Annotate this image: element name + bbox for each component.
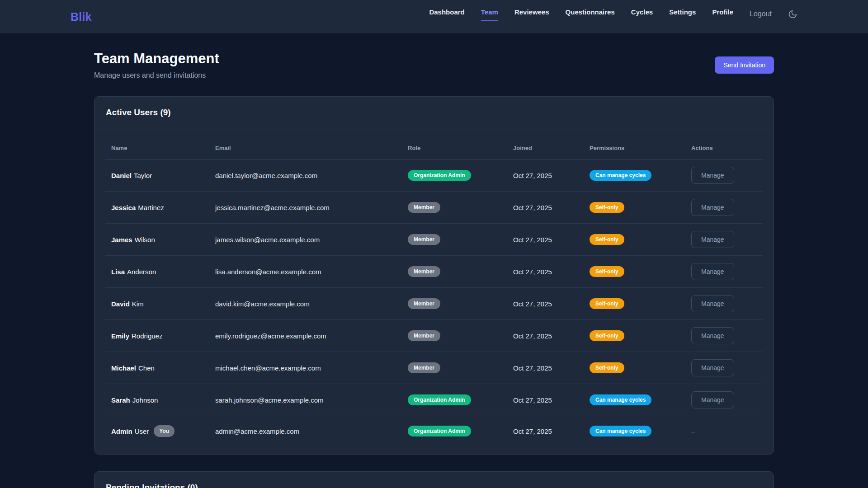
permission-badge: Can manage cycles	[590, 394, 651, 405]
role-badge: Member	[408, 234, 440, 245]
brand-logo[interactable]: Blik	[71, 10, 92, 23]
manage-button[interactable]: Manage	[691, 167, 734, 184]
role-badge: Organization Admin	[408, 426, 471, 436]
role-cell: Member	[402, 298, 507, 309]
permission-badge: Can manage cycles	[590, 170, 651, 181]
table-row: Michael Chen michael.chen@acme.example.c…	[105, 352, 763, 384]
permission-badge: Self-only	[590, 362, 624, 373]
manage-button[interactable]: Manage	[691, 359, 734, 376]
actions-cell: Manage	[685, 359, 763, 376]
user-first-name: Admin	[111, 427, 132, 435]
role-cell: Member	[402, 330, 507, 341]
user-first-name: Emily	[111, 332, 129, 340]
role-cell: Member	[402, 234, 507, 245]
user-first-name: Lisa	[111, 268, 125, 276]
joined-date: Oct 27, 2025	[507, 236, 584, 244]
active-users-table-body: Daniel Taylor daniel.taylor@acme.example…	[105, 160, 763, 446]
permissions-cell: Self-only	[584, 266, 685, 277]
actions-cell: Manage	[685, 327, 763, 344]
user-name-cell: Lisa Anderson	[105, 268, 209, 276]
nav-item-settings[interactable]: Settings	[669, 7, 696, 21]
send-invitation-button[interactable]: Send Invitation	[715, 56, 774, 74]
manage-button[interactable]: Manage	[691, 231, 734, 248]
manage-button[interactable]: Manage	[691, 263, 734, 280]
user-first-name: Sarah	[111, 396, 130, 404]
actions-cell: Manage	[685, 167, 763, 184]
actions-cell: Manage	[685, 295, 763, 312]
logout-button[interactable]: Logout	[750, 10, 772, 18]
top-navigation: Blik Dashboard Team Reviewees Questionna…	[0, 0, 868, 33]
user-last-name: Rodriguez	[132, 332, 162, 340]
user-name-cell: Sarah Johnson	[105, 396, 209, 404]
permissions-cell: Can manage cycles	[584, 394, 685, 405]
table-row: James Wilson james.wilson@acme.example.c…	[105, 224, 763, 256]
user-first-name: Jessica	[111, 204, 136, 211]
role-badge: Organization Admin	[408, 170, 471, 181]
joined-date: Oct 27, 2025	[507, 204, 584, 211]
permissions-cell: Self-only	[584, 298, 685, 309]
page-header: Team Management Manage users and send in…	[94, 51, 774, 80]
manage-button[interactable]: Manage	[691, 327, 734, 344]
table-row: Lisa Anderson lisa.anderson@acme.example…	[105, 256, 763, 288]
joined-date: Oct 27, 2025	[507, 396, 584, 404]
table-row: David Kim david.kim@acme.example.com Mem…	[105, 288, 763, 320]
actions-cell: Manage	[685, 391, 763, 408]
column-header-email: Email	[209, 128, 402, 159]
joined-date: Oct 27, 2025	[507, 268, 584, 276]
role-cell: Organization Admin	[402, 394, 507, 405]
column-header-permissions: Permissions	[584, 128, 685, 159]
user-name-cell: Admin User You	[105, 425, 209, 437]
nav-item-reviewees[interactable]: Reviewees	[514, 7, 549, 21]
nav-item-dashboard[interactable]: Dashboard	[429, 7, 464, 21]
role-cell: Member	[402, 266, 507, 277]
permissions-cell: Self-only	[584, 362, 685, 373]
actions-cell: Manage	[685, 199, 763, 216]
column-header-joined: Joined	[507, 128, 584, 159]
you-badge: You	[154, 425, 175, 437]
role-badge: Member	[408, 298, 440, 309]
no-action-dash: –	[691, 427, 695, 435]
permission-badge: Self-only	[590, 234, 624, 245]
active-users-table: Name Email Role Joined Permissions Actio…	[94, 128, 774, 454]
nav-item-questionnaires[interactable]: Questionnaires	[566, 7, 615, 21]
role-badge: Member	[408, 202, 440, 213]
column-header-name: Name	[105, 128, 209, 159]
table-row: Admin User You admin@acme.example.com Or…	[105, 416, 763, 446]
table-row: Emily Rodriguez emily.rodriguez@acme.exa…	[105, 320, 763, 352]
nav-item-cycles[interactable]: Cycles	[631, 7, 653, 21]
permissions-cell: Can manage cycles	[584, 170, 685, 181]
pending-invitations-card-header: Pending Invitations (0)	[94, 472, 774, 488]
user-name-cell: James Wilson	[105, 236, 209, 244]
role-cell: Organization Admin	[402, 170, 507, 181]
pending-invitations-title: Pending Invitations (0)	[106, 483, 762, 488]
manage-button[interactable]: Manage	[691, 199, 734, 216]
user-last-name: Chen	[138, 364, 155, 372]
manage-button[interactable]: Manage	[691, 391, 734, 408]
active-users-title: Active Users (9)	[106, 108, 762, 117]
nav-item-profile[interactable]: Profile	[712, 7, 733, 21]
role-cell: Member	[402, 362, 507, 373]
user-first-name: James	[111, 236, 132, 244]
user-first-name: Michael	[111, 364, 136, 372]
user-last-name: Taylor	[134, 172, 152, 179]
role-badge: Member	[408, 362, 440, 373]
permissions-cell: Can manage cycles	[584, 426, 685, 436]
theme-toggle-button[interactable]	[788, 9, 797, 19]
permissions-cell: Self-only	[584, 330, 685, 341]
main-content: Team Management Manage users and send in…	[94, 51, 774, 488]
column-header-role: Role	[402, 128, 507, 159]
user-last-name: Wilson	[135, 236, 155, 244]
user-last-name: Kim	[132, 300, 144, 308]
user-last-name: Johnson	[132, 396, 158, 404]
permission-badge: Self-only	[590, 298, 624, 309]
moon-icon	[788, 9, 797, 19]
page-subtitle: Manage users and send invitations	[94, 71, 219, 80]
actions-cell: –	[685, 427, 763, 435]
role-badge: Member	[408, 266, 440, 277]
user-email: sarah.johnson@acme.example.com	[209, 396, 402, 404]
nav-item-team[interactable]: Team	[481, 7, 498, 21]
nav-links: Dashboard Team Reviewees Questionnaires …	[429, 0, 797, 33]
manage-button[interactable]: Manage	[691, 295, 734, 312]
user-last-name: Martinez	[138, 204, 164, 211]
table-row: Sarah Johnson sarah.johnson@acme.example…	[105, 384, 763, 416]
